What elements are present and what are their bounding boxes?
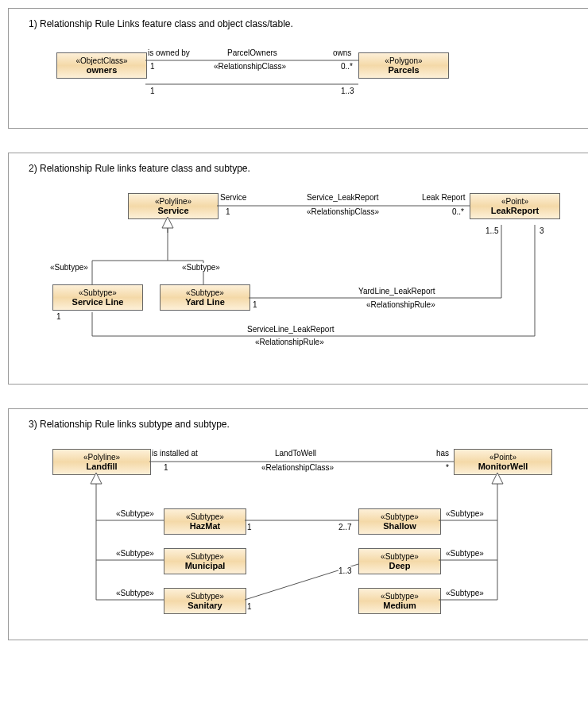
- p3-sub-r2: «Subtype»: [446, 549, 484, 558]
- leakreport-stereo: «Point»: [475, 197, 555, 206]
- p2-mult-l1: 1: [226, 207, 230, 216]
- monitorwell-class: «Point» MonitorWell: [454, 449, 552, 475]
- p2-assoc3-name: ServiceLine_LeakReport: [247, 325, 335, 334]
- serviceline-name: Service Line: [58, 297, 137, 307]
- service-name: Service: [133, 206, 213, 215]
- p2-sl-mult: 1: [56, 312, 61, 321]
- municipal-name: Municipal: [169, 561, 241, 570]
- shallow-name: Shallow: [364, 521, 435, 531]
- p3-sub-l1: «Subtype»: [116, 509, 154, 518]
- landfill-stereo: «Polyline»: [58, 453, 145, 462]
- owners-class: «ObjectClass» owners: [56, 52, 147, 79]
- deep-name: Deep: [364, 561, 435, 570]
- p2-mult-r3: 3: [540, 226, 544, 235]
- shallow-stereo: «Subtype»: [364, 512, 435, 521]
- parcels-name: Parcels: [364, 65, 443, 75]
- owners-stereo: «ObjectClass»: [62, 56, 141, 65]
- sanitary-stereo: «Subtype»: [169, 592, 241, 601]
- mult-2-left: 1: [150, 87, 155, 95]
- p3-assoc-name: LandToWell: [275, 449, 316, 458]
- p3-sub-r3: «Subtype»: [446, 589, 484, 597]
- hazmat-class: «Subtype» HazMat: [164, 508, 246, 535]
- panel-3-title: 3) Relationship Rule links subtype and s…: [29, 419, 230, 430]
- panel-1-title: 1) Relationship Rule Links feature class…: [29, 18, 293, 29]
- deep-stereo: «Subtype»: [364, 552, 435, 561]
- mult-2-right: 1..3: [341, 87, 354, 95]
- landfill-name: Landfill: [58, 462, 145, 471]
- panel-3: 3) Relationship Rule links subtype and s…: [8, 408, 588, 640]
- sanitary-name: Sanitary: [169, 601, 241, 610]
- monitorwell-name: MonitorWell: [459, 462, 547, 471]
- yardline-name: Yard Line: [165, 297, 245, 307]
- p3-shallow-mult: 2..7: [338, 523, 352, 531]
- p2-mult-r1: 0..*: [452, 207, 464, 216]
- p3-right-mult: *: [446, 463, 449, 472]
- p2-sub1: «Subtype»: [50, 263, 88, 272]
- yardline-stereo: «Subtype»: [165, 288, 245, 297]
- medium-class: «Subtype» Medium: [358, 588, 441, 614]
- p2-mult-r2: 1..5: [485, 226, 499, 235]
- p2-assoc1-stereo: «RelationshipClass»: [307, 207, 379, 216]
- assoc-stereo: «RelationshipClass»: [214, 62, 286, 71]
- assoc-name: ParcelOwners: [227, 48, 277, 57]
- leakreport-name: LeakReport: [475, 206, 555, 215]
- left-role: is owned by: [148, 48, 190, 57]
- panel-2: 2) Relationship Rule links feature class…: [8, 153, 588, 385]
- p3-left-mult: 1: [164, 463, 168, 472]
- p3-sanitary-mult: 1: [247, 602, 252, 611]
- p3-deep-mult: 1..3: [338, 566, 352, 575]
- deep-class: «Subtype» Deep: [358, 548, 441, 574]
- medium-stereo: «Subtype»: [364, 592, 435, 601]
- p2-leftrole: Service: [220, 193, 246, 202]
- mult-1-right: 0..*: [341, 62, 353, 71]
- p2-assoc2-stereo: «RelationshipRule»: [366, 300, 435, 309]
- medium-name: Medium: [364, 601, 435, 610]
- p3-sub-r1: «Subtype»: [446, 509, 484, 518]
- mult-1-left: 1: [150, 62, 155, 71]
- municipal-class: «Subtype» Municipal: [164, 548, 246, 574]
- p2-assoc1-name: Service_LeakReport: [307, 193, 379, 202]
- leakreport-class: «Point» LeakReport: [470, 193, 560, 219]
- hazmat-stereo: «Subtype»: [169, 512, 241, 521]
- monitorwell-stereo: «Point»: [459, 453, 547, 462]
- parcels-stereo: «Polygon»: [364, 56, 443, 65]
- sanitary-class: «Subtype» Sanitary: [164, 588, 246, 614]
- panel-1: 1) Relationship Rule Links feature class…: [8, 8, 588, 129]
- p3-sub-l3: «Subtype»: [116, 589, 154, 597]
- serviceline-stereo: «Subtype»: [58, 288, 137, 297]
- p2-yard-mult: 1: [253, 300, 257, 309]
- p3-assoc-stereo: «RelationshipClass»: [261, 463, 334, 472]
- p2-rightrole: Leak Report: [422, 193, 465, 202]
- p3-hazmat-mult: 1: [247, 523, 252, 531]
- p2-assoc2-name: YardLine_LeakReport: [358, 287, 435, 296]
- parcels-class: «Polygon» Parcels: [358, 52, 449, 79]
- p2-assoc3-stereo: «RelationshipRule»: [255, 338, 324, 346]
- landfill-class: «Polyline» Landfill: [52, 449, 151, 475]
- p3-leftrole: is installed at: [152, 449, 198, 458]
- service-class: «Polyline» Service: [128, 193, 219, 219]
- p3-sub-l2: «Subtype»: [116, 549, 154, 558]
- hazmat-name: HazMat: [169, 521, 241, 531]
- serviceline-class: «Subtype» Service Line: [52, 284, 143, 311]
- p3-rightrole: has: [436, 449, 449, 458]
- shallow-class: «Subtype» Shallow: [358, 508, 441, 535]
- panel-2-title: 2) Relationship Rule links feature class…: [29, 163, 250, 174]
- yardline-class: «Subtype» Yard Line: [160, 284, 250, 311]
- right-role: owns: [333, 48, 351, 57]
- municipal-stereo: «Subtype»: [169, 552, 241, 561]
- service-stereo: «Polyline»: [133, 197, 213, 206]
- p2-sub2: «Subtype»: [182, 263, 220, 272]
- owners-name: owners: [62, 65, 141, 75]
